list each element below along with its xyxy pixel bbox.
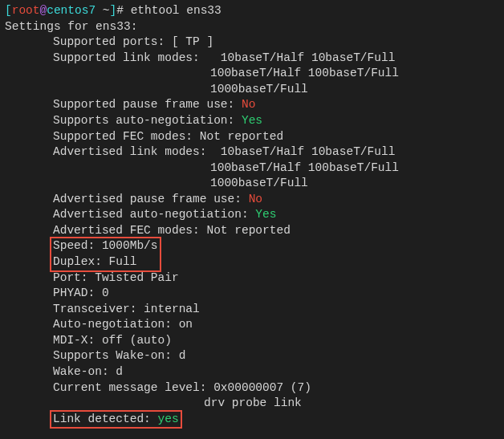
- supported-pause-label: Supported pause frame use:: [53, 98, 242, 111]
- link-detected-highlight: Link detected: yes: [5, 412, 499, 428]
- supports-autoneg-row: Supports auto-negotiation: Yes: [5, 113, 499, 129]
- prompt-user: root: [12, 4, 40, 17]
- supported-link-modes-label: Supported link modes:: [53, 51, 221, 64]
- bracket-close: ]: [110, 4, 117, 17]
- prompt-line: [root@centos7 ~]# ethtool ens33: [5, 3, 499, 19]
- supported-link-modes-row: Supported link modes: 10baseT/Half 10bas…: [5, 51, 499, 67]
- transceiver: Transceiver: internal: [5, 302, 499, 318]
- speed-duplex-highlight: Speed: 1000Mb/sDuplex: Full: [5, 238, 499, 270]
- speed: Speed: 1000Mb/s: [53, 239, 158, 252]
- auto-negotiation: Auto-negotiation: on: [5, 317, 499, 333]
- advertised-autoneg-label: Advertised auto-negotiation:: [53, 208, 255, 221]
- supported-pause-row: Supported pause frame use: No: [5, 97, 499, 113]
- terminal-output: [root@centos7 ~]# ethtool ens33 Settings…: [5, 3, 499, 427]
- supported-pause-value: No: [242, 98, 255, 111]
- phyad: PHYAD: 0: [5, 286, 499, 302]
- duplex: Duplex: Full: [53, 255, 136, 268]
- advertised-autoneg-row: Advertised auto-negotiation: Yes: [5, 207, 499, 223]
- advertised-link-modes-1: 10baseT/Half 10baseT/Full: [221, 145, 396, 158]
- prompt-host: centos7: [47, 4, 96, 17]
- link-detected-label: Link detected:: [53, 413, 158, 425]
- supported-link-modes-3: 1000baseT/Full: [5, 82, 499, 98]
- supports-autoneg-value: Yes: [242, 114, 262, 127]
- advertised-link-modes-row: Advertised link modes: 10baseT/Half 10ba…: [5, 144, 499, 161]
- supported-link-modes-1: 10baseT/Half 10baseT/Full: [221, 51, 396, 64]
- advertised-link-modes-label: Advertised link modes:: [53, 145, 221, 158]
- message-level: Current message level: 0x00000007 (7): [5, 380, 499, 396]
- supported-fec: Supported FEC modes: Not reported: [5, 129, 499, 145]
- advertised-pause-value: No: [249, 193, 262, 205]
- advertised-autoneg-value: Yes: [255, 208, 276, 221]
- supported-link-modes-2: 100baseT/Half 100baseT/Full: [5, 66, 499, 82]
- supports-wake-on: Supports Wake-on: d: [5, 348, 499, 364]
- link-detected-value: yes: [158, 413, 179, 425]
- wake-on: Wake-on: d: [5, 364, 499, 380]
- bracket-open: [: [5, 4, 12, 17]
- advertised-pause-row: Advertised pause frame use: No: [5, 192, 499, 208]
- advertised-link-modes-2: 100baseT/Half 100baseT/Full: [5, 161, 499, 177]
- advertised-link-modes-3: 1000baseT/Full: [5, 176, 499, 192]
- port: Port: Twisted Pair: [5, 270, 499, 287]
- prompt-path: ~: [96, 4, 109, 17]
- advertised-pause-label: Advertised pause frame use:: [53, 193, 249, 205]
- supports-autoneg-label: Supports auto-negotiation:: [53, 114, 242, 127]
- mdi-x: MDI-X: off (auto): [5, 333, 499, 349]
- command-text: ethtool ens33: [131, 4, 222, 17]
- supported-ports: Supported ports: [ TP ]: [5, 35, 499, 51]
- prompt-at: @: [40, 4, 47, 17]
- settings-header: Settings for ens33:: [5, 19, 499, 35]
- prompt-hash: #: [116, 4, 130, 17]
